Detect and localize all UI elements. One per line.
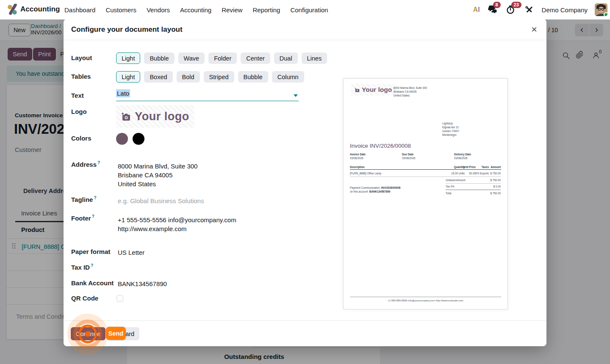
- preview-invoice-date: Invoice Date 03/08/2026: [350, 152, 366, 160]
- messages-badge: 8: [493, 2, 501, 8]
- footer-label: Footer?: [71, 214, 94, 222]
- secondary-color-swatch[interactable]: [133, 133, 144, 145]
- continue-button[interactable]: Continue: [71, 327, 105, 340]
- menu-vendors[interactable]: Vendors: [147, 6, 170, 14]
- ai-icon[interactable]: AI: [473, 6, 480, 14]
- tables-options: Light Boxed Bold Striped Bubble Column: [116, 71, 304, 83]
- layout-option-dual[interactable]: Dual: [274, 52, 298, 64]
- menu-customers[interactable]: Customers: [105, 6, 136, 14]
- tagline-label: Tagline?: [71, 196, 97, 203]
- tables-option-column[interactable]: Column: [272, 71, 304, 83]
- tax-id-label: Tax ID?: [71, 263, 93, 271]
- address-label: Address?: [71, 160, 100, 168]
- document-layout-dialog: Configure your document layout ✕ Layout …: [64, 19, 546, 346]
- tools-icon[interactable]: [524, 4, 535, 15]
- menu-configuration[interactable]: Configuration: [290, 6, 328, 14]
- preview-line-description: [FURN_8888] Office Lamp: [350, 171, 381, 175]
- screen: Accounting Dashboard Customers Vendors A…: [0, 0, 610, 364]
- app-title: Accounting: [20, 5, 60, 14]
- preview-invoice-title: Invoice INV/2026/00008: [350, 143, 411, 149]
- bank-account-value[interactable]: BANK134567890: [118, 279, 167, 288]
- preview-total-row: Total $ 750.00: [446, 191, 501, 195]
- main-menu: Dashboard Customers Vendors Accounting R…: [64, 0, 328, 19]
- preview-untaxed-row: Untaxed Amount $ 750.00: [446, 178, 501, 182]
- paper-format-value[interactable]: US Letter: [118, 248, 144, 257]
- menu-review[interactable]: Review: [222, 6, 242, 14]
- preview-company-address: 8000 Marina Blvd, Suite 300 Brisbane CA …: [394, 86, 427, 97]
- logo-label: Logo: [71, 108, 87, 115]
- layout-option-folder[interactable]: Folder: [208, 52, 237, 64]
- footer-help-icon[interactable]: ?: [92, 214, 94, 219]
- tagline-input[interactable]: e.g. Global Business Solutions: [118, 197, 204, 204]
- address-value[interactable]: 8000 Marina Blvd, Suite 300 Brisbane CA …: [118, 162, 197, 188]
- layout-options: Light Bubble Wave Folder Center Dual Lin…: [116, 52, 327, 64]
- menu-accounting[interactable]: Accounting: [180, 6, 211, 14]
- layout-label: Layout: [71, 54, 92, 61]
- action-label-badge: Send: [106, 327, 126, 340]
- dialog-footer: Continue Discard: [64, 320, 546, 346]
- logo-upload[interactable]: Your logo: [116, 105, 194, 128]
- company-switcher[interactable]: Demo Company: [542, 6, 588, 14]
- qr-code-checkbox[interactable]: [116, 295, 123, 302]
- tagline-help-icon[interactable]: ?: [94, 196, 96, 200]
- layout-option-center[interactable]: Center: [241, 52, 270, 64]
- preview-footer-text: +1 555-555-5556 info@yourcompany.com htt…: [344, 299, 507, 302]
- tables-option-bold[interactable]: Bold: [177, 71, 200, 83]
- text-font-label: Text: [71, 92, 84, 99]
- logo-placeholder-text: Your logo: [135, 110, 189, 123]
- preview-logo: Your logo: [351, 84, 395, 96]
- qr-code-label: QR Code: [71, 295, 98, 302]
- preview-due-date: Due Date 03/08/2026: [402, 152, 416, 160]
- menu-dashboard[interactable]: Dashboard: [64, 6, 95, 14]
- layout-option-bubble[interactable]: Bubble: [144, 52, 174, 64]
- dialog-header: Configure your document layout ✕: [64, 19, 546, 40]
- tables-option-striped[interactable]: Striped: [204, 71, 234, 83]
- online-status-dot: [604, 12, 607, 16]
- user-avatar[interactable]: [595, 3, 607, 16]
- bank-account-label: Bank Account: [71, 279, 114, 287]
- font-select-value: Lato: [116, 89, 130, 97]
- activities-icon[interactable]: 23: [505, 4, 516, 15]
- colors-label: Colors: [71, 135, 92, 142]
- tax-id-help-icon[interactable]: ?: [91, 263, 93, 268]
- chevron-down-icon: [294, 94, 298, 97]
- document-preview: Your logo 8000 Marina Blvd, Suite 300 Br…: [343, 78, 508, 309]
- tables-option-light[interactable]: Light: [116, 71, 140, 83]
- menu-reporting[interactable]: Reporting: [252, 6, 280, 14]
- preview-customer-block: LightsUp Eignaa tee 12 Uuearu 74407 Mont…: [442, 121, 459, 137]
- footer-value[interactable]: +1 555-555-5556 info@yourcompany.com htt…: [118, 215, 236, 233]
- address-help-icon[interactable]: ?: [97, 160, 100, 165]
- preview-tax-row: Tax 0% $ 0.00: [446, 185, 501, 188]
- preview-delivery-date: Delivery Date 03/08/2026: [454, 152, 471, 160]
- primary-color-swatch[interactable]: [116, 133, 128, 145]
- font-select[interactable]: Lato: [116, 90, 299, 101]
- tables-label: Tables: [71, 73, 91, 80]
- odoo-logo-icon[interactable]: [7, 4, 19, 15]
- close-icon[interactable]: ✕: [529, 24, 540, 35]
- tables-option-bubble[interactable]: Bubble: [238, 71, 268, 83]
- layout-option-wave[interactable]: Wave: [178, 52, 205, 64]
- preview-camera-icon: [355, 88, 360, 92]
- tables-option-boxed[interactable]: Boxed: [144, 71, 172, 83]
- camera-plus-icon: [121, 112, 131, 121]
- activities-badge: 23: [511, 2, 521, 8]
- paper-format-label: Paper format: [71, 248, 111, 255]
- top-nav: Accounting Dashboard Customers Vendors A…: [0, 0, 610, 19]
- preview-payment-communication: Payment Communication: INV/2026/00008 on…: [350, 186, 400, 193]
- layout-option-light[interactable]: Light: [116, 52, 140, 64]
- dialog-title: Configure your document layout: [71, 25, 183, 34]
- messages-icon[interactable]: 8: [487, 4, 498, 15]
- layout-option-lines[interactable]: Lines: [302, 52, 327, 64]
